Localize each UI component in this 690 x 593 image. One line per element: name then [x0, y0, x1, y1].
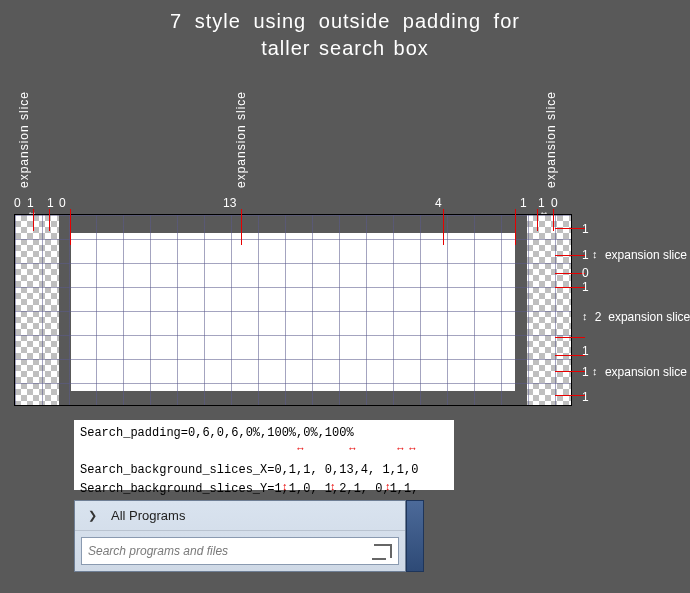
vertical-label-right: expansion slice — [544, 88, 558, 188]
slice-marker — [241, 209, 242, 245]
right-num: 1 — [582, 390, 589, 404]
right-num: 1 — [582, 280, 589, 294]
slice-marker — [443, 209, 444, 245]
search-input[interactable]: Search programs and files — [81, 537, 399, 565]
right-num: 1 — [582, 222, 589, 236]
arrow-v-icon: ↕ — [330, 480, 336, 492]
grid-overlay — [15, 215, 571, 405]
slice-marker — [555, 287, 585, 288]
slice-marker — [555, 255, 585, 256]
right-label: 1 ↕ expansion slice — [582, 248, 687, 262]
all-programs-label: All Programs — [111, 508, 185, 523]
arrow-v-icon: ↕ — [582, 310, 588, 322]
all-programs-item[interactable]: ❯ All Programs — [75, 501, 405, 531]
start-menu-mock: ❯ All Programs Search programs and files — [74, 500, 406, 572]
right-num: 1 — [582, 344, 589, 358]
menu-right-rail — [406, 500, 424, 572]
page-title: 7 style using outside padding for taller… — [0, 0, 690, 62]
arrow-h-icon: ↔ — [295, 442, 306, 454]
slice-marker — [555, 371, 585, 372]
arrow-v-icon: ↕ — [592, 365, 598, 377]
chevron-right-icon: ❯ — [85, 509, 99, 523]
top-num-r0: 0 — [551, 196, 558, 210]
slice-marker — [555, 337, 585, 338]
search-placeholder: Search programs and files — [88, 544, 374, 558]
slice-marker — [555, 273, 585, 274]
arrow-v-icon: ↕ — [385, 480, 391, 492]
slice-marker — [555, 355, 585, 356]
top-num-0b: 0 — [59, 196, 66, 210]
top-num-1b: 1 — [47, 196, 54, 210]
code-line-1: Search_padding=0,6,0,6,0%,100%,0%,100% — [80, 426, 354, 440]
slice-marker — [553, 209, 554, 231]
slice-marker — [555, 228, 585, 229]
arrow-h-icon: ↔ — [395, 442, 406, 454]
top-num-13: 13 — [223, 196, 236, 210]
code-box: Search_padding=0,6,0,6,0%,100%,0%,100% S… — [74, 420, 454, 490]
title-line-2: taller search box — [0, 35, 690, 62]
top-num-0a: 0 — [14, 196, 21, 210]
right-num: 0 — [582, 266, 589, 280]
arrow-h-icon: ↔ — [407, 442, 418, 454]
slice-marker — [537, 209, 538, 231]
vertical-label-mid: expansion slice — [234, 88, 248, 188]
top-num-r1a: 1 — [520, 196, 527, 210]
search-icon — [374, 544, 392, 558]
top-num-4: 4 — [435, 196, 442, 210]
title-line-1: 7 style using outside padding for — [0, 8, 690, 35]
slice-marker — [70, 209, 71, 245]
arrow-h-icon: ↔ — [347, 442, 358, 454]
slice-marker — [33, 209, 34, 231]
slice-marker — [555, 395, 585, 396]
slice-marker — [515, 209, 516, 245]
vertical-label-left: expansion slice — [17, 88, 31, 188]
arrow-v-icon: ↕ — [282, 480, 288, 492]
code-line-2: Search_background_slices_X=0,1,1, 0,13,4… — [80, 463, 418, 477]
slice-diagram — [14, 214, 572, 406]
right-label: ↕ 2 expansion slice — [582, 310, 690, 324]
arrow-v-icon: ↕ — [592, 248, 598, 260]
slice-marker — [49, 209, 50, 231]
code-line-3: Search_background_slices_Y=1,1,0, 1,2,1,… — [80, 482, 418, 496]
right-label: 1 ↕ expansion slice — [582, 365, 687, 379]
